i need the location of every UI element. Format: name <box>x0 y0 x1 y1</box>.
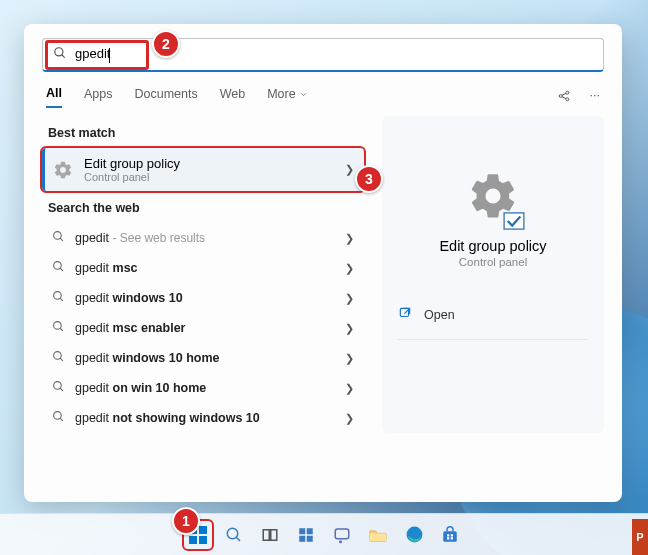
chevron-right-icon[interactable]: ❯ <box>345 352 354 365</box>
tab-all[interactable]: All <box>46 86 62 108</box>
taskbar-explorer-icon[interactable] <box>364 521 392 549</box>
svg-line-25 <box>236 537 240 541</box>
svg-line-10 <box>60 268 63 271</box>
web-result-text: gpedit windows 10 home <box>75 351 220 365</box>
web-result-item[interactable]: gpedit msc❯ <box>42 253 364 283</box>
taskbar-store-icon[interactable] <box>436 521 464 549</box>
svg-line-20 <box>60 418 63 421</box>
svg-line-18 <box>60 388 63 391</box>
chevron-right-icon[interactable]: ❯ <box>345 382 354 395</box>
web-result-item[interactable]: gpedit windows 10 home❯ <box>42 343 364 373</box>
web-result-item[interactable]: gpedit windows 10❯ <box>42 283 364 313</box>
chevron-right-icon[interactable]: ❯ <box>345 232 354 245</box>
search-icon <box>52 410 65 426</box>
gear-icon <box>52 159 74 181</box>
svg-line-8 <box>60 238 63 241</box>
taskbar-chat-icon[interactable] <box>328 521 356 549</box>
chevron-right-icon[interactable]: ❯ <box>345 163 354 176</box>
section-search-web: Search the web <box>48 201 358 215</box>
search-icon <box>53 46 67 64</box>
best-match-title: Edit group policy <box>84 156 180 171</box>
svg-line-12 <box>60 298 63 301</box>
web-result-item[interactable]: gpedit - See web results❯ <box>42 223 364 253</box>
best-match-subtitle: Control panel <box>84 171 180 183</box>
chevron-right-icon[interactable]: ❯ <box>345 292 354 305</box>
start-search-panel: gpedit All Apps Documents Web More ··· B… <box>24 24 622 502</box>
svg-rect-32 <box>335 529 349 539</box>
tab-web[interactable]: Web <box>220 87 245 107</box>
annotation-callout-3: 3 <box>355 165 383 193</box>
svg-rect-34 <box>370 533 386 541</box>
web-result-item[interactable]: gpedit on win 10 home❯ <box>42 373 364 403</box>
result-preview-pane: Edit group policy Control panel Open <box>382 116 604 433</box>
web-result-text: gpedit msc <box>75 261 138 275</box>
web-result-item[interactable]: gpedit not showing windows 10❯ <box>42 403 364 433</box>
svg-rect-28 <box>299 528 305 534</box>
web-result-text: gpedit - See web results <box>75 231 205 245</box>
search-box[interactable]: gpedit <box>42 38 604 72</box>
preview-gear-icon <box>467 170 519 226</box>
svg-rect-21 <box>504 213 524 229</box>
svg-point-0 <box>55 47 63 55</box>
svg-rect-31 <box>307 535 313 541</box>
svg-line-5 <box>562 93 566 95</box>
svg-rect-26 <box>263 529 269 540</box>
share-icon[interactable] <box>556 88 572 107</box>
taskbar-search-icon[interactable] <box>220 521 248 549</box>
svg-rect-27 <box>271 529 277 540</box>
svg-rect-37 <box>447 534 449 536</box>
svg-line-16 <box>60 358 63 361</box>
open-action[interactable]: Open <box>398 306 588 331</box>
search-icon <box>52 260 65 276</box>
open-icon <box>398 306 412 323</box>
svg-point-4 <box>565 97 568 100</box>
preview-subtitle: Control panel <box>459 256 527 268</box>
tab-documents[interactable]: Documents <box>134 87 197 107</box>
taskbar-powerpoint-icon-partial[interactable]: P <box>632 519 648 555</box>
svg-rect-38 <box>451 534 453 536</box>
svg-rect-40 <box>451 537 453 539</box>
svg-rect-39 <box>447 537 449 539</box>
svg-line-1 <box>62 54 65 57</box>
preview-title: Edit group policy <box>439 238 546 254</box>
chevron-right-icon[interactable]: ❯ <box>345 412 354 425</box>
more-options-icon[interactable]: ··· <box>590 88 600 107</box>
search-icon <box>52 290 65 306</box>
annotation-callout-2: 2 <box>152 30 180 58</box>
taskbar-task-view-icon[interactable] <box>256 521 284 549</box>
svg-rect-22 <box>400 308 408 316</box>
web-result-text: gpedit msc enabler <box>75 321 186 335</box>
svg-point-24 <box>227 528 238 539</box>
svg-rect-36 <box>443 531 457 542</box>
web-results-list: gpedit - See web results❯gpedit msc❯gped… <box>42 223 364 433</box>
search-icon <box>52 230 65 246</box>
svg-point-2 <box>559 94 562 97</box>
svg-point-15 <box>54 352 62 360</box>
svg-point-9 <box>54 262 62 270</box>
taskbar-edge-icon[interactable] <box>400 521 428 549</box>
svg-point-13 <box>54 322 62 330</box>
svg-point-11 <box>54 292 62 300</box>
results-left-column: Best match Edit group policy Control pan… <box>42 116 364 433</box>
svg-rect-30 <box>299 535 305 541</box>
tab-more[interactable]: More <box>267 87 308 107</box>
tab-apps[interactable]: Apps <box>84 87 113 107</box>
open-label: Open <box>424 308 455 322</box>
svg-rect-29 <box>307 528 313 534</box>
search-icon <box>52 350 65 366</box>
svg-point-7 <box>54 232 62 240</box>
svg-point-3 <box>565 91 568 94</box>
section-best-match: Best match <box>48 126 358 140</box>
web-result-text: gpedit not showing windows 10 <box>75 411 260 425</box>
search-filter-tabs: All Apps Documents Web More ··· <box>46 86 600 108</box>
taskbar-widgets-icon[interactable] <box>292 521 320 549</box>
web-result-text: gpedit on win 10 home <box>75 381 206 395</box>
web-result-item[interactable]: gpedit msc enabler❯ <box>42 313 364 343</box>
search-icon <box>52 320 65 336</box>
best-match-result[interactable]: Edit group policy Control panel ❯ <box>42 148 364 191</box>
svg-point-33 <box>340 541 342 543</box>
chevron-right-icon[interactable]: ❯ <box>345 262 354 275</box>
svg-line-6 <box>562 96 566 98</box>
chevron-right-icon[interactable]: ❯ <box>345 322 354 335</box>
web-result-text: gpedit windows 10 <box>75 291 183 305</box>
